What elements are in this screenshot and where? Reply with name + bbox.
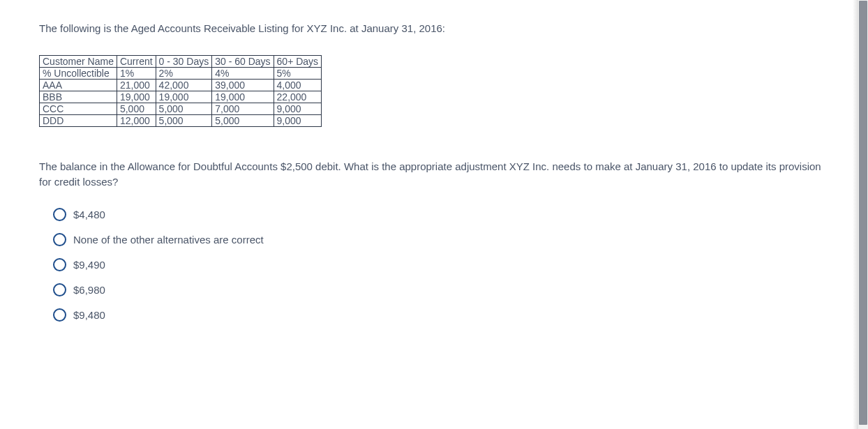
table-cell: 19,000 [156,91,212,103]
table-header-cell: 0 - 30 Days [156,56,212,68]
question-text: The balance in the Allowance for Doubtfu… [39,159,829,190]
radio-icon[interactable] [53,308,66,322]
question-content: The following is the Aged Accounts Recei… [0,0,868,347]
aged-receivable-table: Customer Name Current 0 - 30 Days 30 - 6… [39,55,322,127]
table-cell: 4% [212,68,274,80]
option-row[interactable]: $4,480 [53,208,829,221]
table-cell: 42,000 [156,80,212,91]
option-row[interactable]: $9,480 [53,308,829,322]
table-cell: 9,000 [274,115,322,127]
table-cell: 5,000 [156,103,212,115]
right-shadow [853,0,858,429]
table-header-row: Customer Name Current 0 - 30 Days 30 - 6… [40,56,322,68]
table-cell: 22,000 [274,91,322,103]
table-cell: 19,000 [117,91,156,103]
table-header-cell: 30 - 60 Days [212,56,274,68]
table-cell: 21,000 [117,80,156,91]
table-cell: AAA [40,80,117,91]
table-cell: 5,000 [156,115,212,127]
radio-icon[interactable] [53,233,66,246]
table-row: DDD 12,000 5,000 5,000 9,000 [40,115,322,127]
table-row: AAA 21,000 42,000 39,000 4,000 [40,80,322,91]
table-cell: 12,000 [117,115,156,127]
scrollbar-track[interactable] [858,0,868,429]
option-label: None of the other alternatives are corre… [73,234,264,246]
intro-text: The following is the Aged Accounts Recei… [39,21,829,36]
table-cell: 5,000 [117,103,156,115]
radio-icon[interactable] [53,283,66,296]
table-row: % Uncollectible 1% 2% 4% 5% [40,68,322,80]
table-header-cell: Current [117,56,156,68]
scrollbar-thumb[interactable] [859,1,867,425]
table-cell: 4,000 [274,80,322,91]
table-cell: 9,000 [274,103,322,115]
option-row[interactable]: $6,980 [53,283,829,296]
table-cell: 5% [274,68,322,80]
table-cell: 5,000 [212,115,274,127]
table-cell: 39,000 [212,80,274,91]
option-row[interactable]: $9,490 [53,258,829,271]
table-cell: CCC [40,103,117,115]
table-cell: 2% [156,68,212,80]
radio-icon[interactable] [53,208,66,221]
option-label: $9,480 [73,309,105,321]
table-cell: 1% [117,68,156,80]
table-cell: DDD [40,115,117,127]
table-cell: 19,000 [212,91,274,103]
table-row: CCC 5,000 5,000 7,000 9,000 [40,103,322,115]
table-header-cell: Customer Name [40,56,117,68]
option-row[interactable]: None of the other alternatives are corre… [53,233,829,246]
radio-icon[interactable] [53,258,66,271]
option-label: $4,480 [73,209,105,220]
table-header-cell: 60+ Days [274,56,322,68]
table-row: BBB 19,000 19,000 19,000 22,000 [40,91,322,103]
option-label: $9,490 [73,259,105,271]
table-cell: BBB [40,91,117,103]
table-cell: 7,000 [212,103,274,115]
options-group: $4,480 None of the other alternatives ar… [39,208,829,322]
table-cell: % Uncollectible [40,68,117,80]
option-label: $6,980 [73,284,105,296]
